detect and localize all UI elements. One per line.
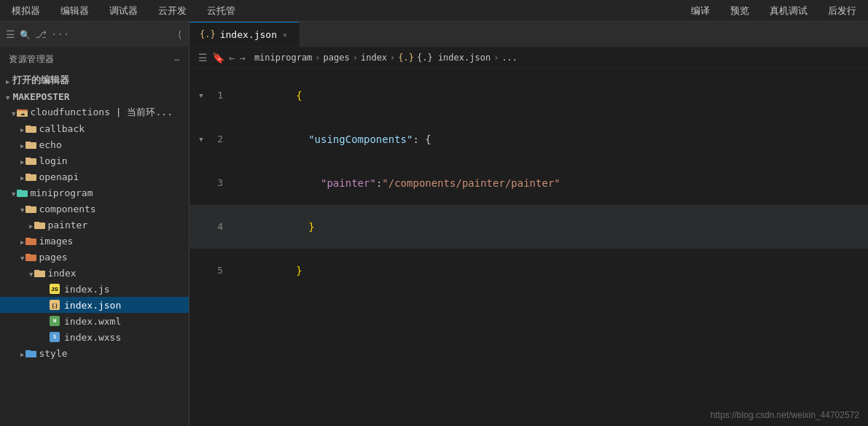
style-folder-icon (26, 348, 37, 358)
menu-item-device-debug[interactable]: 真机调试 (765, 3, 812, 19)
forward-icon[interactable]: → (239, 52, 245, 63)
breadcrumb-sep-2: › (353, 53, 358, 63)
collapse-icon[interactable]: ⟨ (177, 28, 183, 40)
line-num-area-5: ▼ 5 (189, 263, 226, 278)
components-folder-icon (26, 204, 37, 214)
tree-item-index-wxml[interactable]: W index.wxml (0, 313, 189, 329)
menu-item-editor[interactable]: 编辑器 (56, 3, 93, 19)
tab-list: {.} index.json ✕ (189, 22, 300, 47)
tree-item-index-json[interactable]: {.} index.json (0, 297, 189, 313)
wxss-file-icon: S (50, 332, 60, 342)
code-token: } (296, 265, 302, 276)
sidebar-section-makeposter[interactable]: MAKEPOSTER (0, 89, 189, 104)
index-folder-arrow (29, 268, 33, 279)
json-file-icon: {.} (50, 300, 60, 310)
tree-item-style[interactable]: style (0, 345, 189, 361)
index-wxml-label: index.wxml (64, 316, 121, 327)
breadcrumb-bar: ☰ 🔖 ← → miniprogram › pages › index › {.… (189, 47, 868, 68)
code-token (296, 177, 321, 189)
git-icon[interactable] (35, 28, 47, 40)
tab-json-icon: {.} (200, 29, 216, 39)
menu-item-debugger[interactable]: 调试器 (105, 3, 142, 19)
menu-item-hosting[interactable]: 云托管 (203, 3, 240, 19)
svg-rect-21 (26, 255, 36, 261)
openapi-label: openapi (39, 171, 79, 182)
openapi-arrow (20, 171, 24, 182)
painter-folder-icon (34, 220, 46, 230)
echo-arrow (20, 139, 24, 150)
sidebar-section-open-editors[interactable]: 打开的编辑器 (0, 71, 189, 89)
tree-item-echo[interactable]: echo (0, 136, 189, 152)
login-arrow (20, 155, 24, 166)
breadcrumb-pages[interactable]: pages (324, 53, 350, 63)
new-file-icon[interactable]: ⋯ (174, 55, 180, 65)
breadcrumb-sep-1: › (315, 53, 320, 63)
tab-bar: ⟨ {.} index.json ✕ (0, 22, 868, 47)
outline-icon[interactable]: ☰ (198, 52, 208, 63)
breadcrumb-json-icon: {.} (398, 53, 414, 63)
more-icon[interactable] (51, 28, 69, 40)
code-content-2: "usingComponents": { (226, 117, 431, 161)
code-line-2: ▼ 2 "usingComponents": { (189, 117, 868, 161)
menu-item-simulator[interactable]: 模拟器 (7, 3, 44, 19)
tree-item-index-js[interactable]: JS index.js (0, 281, 189, 297)
tree-item-openapi[interactable]: openapi (0, 169, 189, 185)
search-icon[interactable] (20, 28, 31, 40)
tree-item-cloudfunctions[interactable]: ☁ cloudfunctions | 当前环... (0, 104, 189, 120)
makeposter-label: MAKEPOSTER (12, 91, 69, 102)
bookmark-icon[interactable]: 🔖 (212, 52, 224, 63)
svg-rect-5 (26, 126, 36, 133)
breadcrumb-miniprogram[interactable]: miniprogram (254, 53, 312, 63)
svg-rect-17 (34, 222, 45, 229)
breadcrumb-ellipsis[interactable]: ... (501, 53, 517, 63)
tree-item-index-folder[interactable]: index (0, 265, 189, 281)
menu-item-compile[interactable]: 编译 (687, 3, 714, 19)
code-token: } (308, 221, 314, 233)
tree-item-images[interactable]: images (0, 233, 189, 249)
code-token: "painter" (321, 177, 376, 189)
tree-item-miniprogram[interactable]: miniprogram (0, 185, 189, 201)
collapse-1[interactable]: ▼ (197, 88, 206, 103)
cloudfunctions-arrow (12, 107, 15, 118)
index-folder-label: index (47, 268, 76, 279)
menu-item-preview[interactable]: 预览 (726, 3, 754, 19)
menu-item-publish[interactable]: 后发行 (824, 3, 861, 19)
line-num-3: 3 (208, 176, 223, 190)
open-editors-label: 打开的编辑器 (12, 74, 69, 87)
hamburger-icon[interactable] (6, 28, 15, 40)
breadcrumb-sep-3: › (390, 53, 395, 63)
cloudfunctions-label: cloudfunctions | 当前环... (30, 106, 173, 119)
menu-item-cloud[interactable]: 云开发 (154, 3, 191, 19)
svg-rect-7 (26, 142, 36, 149)
line-num-area-4: ▼ 4 (189, 220, 226, 234)
tab-index-json[interactable]: {.} index.json ✕ (189, 22, 300, 47)
breadcrumb-index[interactable]: index (361, 53, 387, 63)
echo-label: echo (39, 139, 61, 150)
tree-item-callback[interactable]: callback (0, 120, 189, 136)
tree-item-pages[interactable]: pages (0, 249, 189, 265)
tree-item-login[interactable]: login (0, 152, 189, 169)
line-num-5: 5 (208, 263, 223, 278)
code-token: { (296, 90, 302, 101)
collapse-2[interactable]: ▼ (197, 132, 206, 147)
watermark: https://blog.csdn.net/weixin_44702572 (711, 410, 859, 420)
tree-item-painter[interactable]: painter (0, 217, 189, 233)
miniprogram-arrow (12, 187, 15, 198)
back-icon[interactable]: ← (229, 52, 235, 63)
line-num-2: 2 (208, 132, 223, 147)
tree-item-index-wxss[interactable]: S index.wxss (0, 329, 189, 345)
breadcrumb-index-json[interactable]: {.} index.json (417, 53, 490, 63)
svg-rect-13 (17, 190, 28, 197)
svg-rect-9 (26, 158, 36, 165)
tab-close-button[interactable]: ✕ (281, 29, 289, 40)
images-arrow (20, 236, 24, 247)
style-label: style (39, 348, 67, 359)
activity-bar-icons: ⟨ (0, 22, 189, 47)
main-area: 资源管理器 ⋯ 打开的编辑器 MAKEPOSTER ☁ cloudfunctio… (0, 47, 868, 426)
pages-arrow (20, 252, 24, 263)
menu-bar-left: 模拟器 编辑器 调试器 云开发 云托管 (7, 3, 675, 19)
line-num-1: 1 (208, 88, 223, 103)
code-token: "/components/painter/painter" (382, 177, 560, 189)
code-container[interactable]: ▼ 1 { ▼ 2 "usingComponents": { (189, 68, 868, 426)
tree-item-components[interactable]: components (0, 201, 189, 217)
